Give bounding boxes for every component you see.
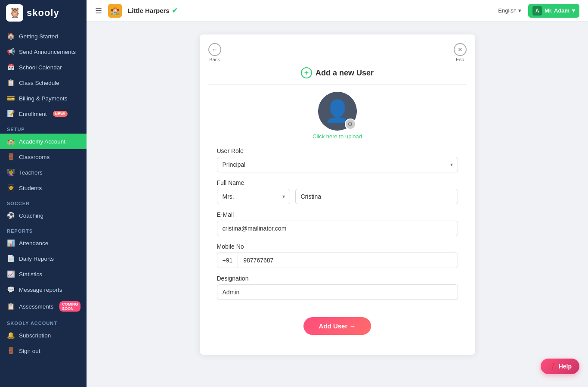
mobile-label: Mobile No [217, 243, 458, 250]
sidebar-item-students[interactable]: 🧑‍🎓 Students [0, 180, 87, 196]
sidebar-item-sign-out[interactable]: 🚪 Sign out [0, 343, 87, 359]
sidebar-item-label: Assessments [19, 303, 53, 310]
sidebar-item-assessments[interactable]: 📋 Assessments Coming Soon [0, 297, 87, 315]
coaching-icon: ⚽ [7, 212, 15, 219]
mobile-group: Mobile No +91 [217, 243, 458, 268]
sidebar-item-label: Attendance [19, 240, 48, 247]
gear-icon: ⚙ [345, 119, 356, 130]
students-icon: 🧑‍🎓 [7, 184, 15, 192]
sidebar-item-label: Sign out [19, 348, 40, 354]
sidebar-item-label: Enrollment [19, 111, 47, 117]
sidebar-item-class-schedule[interactable]: 📋 Class Schedule [0, 75, 87, 91]
user-avatar: A [532, 6, 542, 16]
sidebar-item-label: Coaching [19, 212, 43, 219]
user-role-select[interactable]: Principal Teacher Staff Parent [217, 157, 458, 172]
logo-area: 🦉 skooly [0, 0, 87, 26]
reports-section-title: REPORTS [0, 223, 87, 235]
subscription-icon: 🔔 [7, 331, 15, 339]
country-code: +91 [217, 253, 238, 268]
sidebar-item-daily-reports[interactable]: 📄 Daily Reports [0, 251, 87, 266]
esc-circle-icon: ✕ [454, 43, 467, 56]
sidebar-item-statistics[interactable]: 📈 Statistics [0, 266, 87, 282]
signout-icon: 🚪 [7, 347, 15, 355]
language-selector[interactable]: English ▾ [498, 7, 521, 14]
sidebar-item-coaching[interactable]: ⚽ Coaching [0, 208, 87, 223]
designation-group: Designation [217, 275, 458, 300]
chevron-down-icon: ▾ [518, 7, 521, 14]
add-user-button[interactable]: Add User → [303, 317, 371, 335]
assessments-icon: 📋 [7, 303, 15, 310]
salutation-select[interactable]: Mrs. Mr. Ms. Dr. [217, 189, 290, 204]
sidebar-navigation: 🏠 Getting Started 📢 Send Announcements 📅… [0, 26, 87, 387]
sidebar-item-billing-payments[interactable]: 💳 Billing & Payments [0, 91, 87, 106]
first-name-input[interactable] [295, 189, 458, 204]
sidebar-item-label: Daily Reports [19, 256, 54, 262]
help-button[interactable]: ❓ Help [541, 359, 579, 374]
sidebar-item-label: Class Schedule [19, 80, 59, 86]
sidebar-item-label: Statistics [19, 271, 42, 278]
sidebar-item-label: Classrooms [19, 154, 50, 160]
designation-input[interactable] [217, 284, 458, 300]
classrooms-icon: 🚪 [7, 153, 15, 161]
avatar-upload-area[interactable]: 👤 ⚙ Click here to upload [217, 92, 458, 140]
calendar-icon: 📅 [7, 63, 15, 71]
menu-icon[interactable]: ☰ [95, 6, 102, 16]
user-menu-button[interactable]: A Mr. Adam ▾ [528, 4, 579, 18]
avatar-image: 👤 ⚙ [318, 92, 357, 131]
content-area: ← Back ✕ Esc + Add a new User 👤 [87, 22, 588, 387]
full-name-row: Mrs. Mr. Ms. Dr. ▾ [217, 189, 458, 204]
add-user-modal: ← Back ✕ Esc + Add a new User 👤 [200, 34, 475, 355]
sidebar-item-school-calendar[interactable]: 📅 School Calendar [0, 59, 87, 75]
user-role-select-wrapper: Principal Teacher Staff Parent ▾ [217, 157, 458, 172]
mobile-input[interactable] [238, 253, 457, 268]
main-area: ☰ 🏫 Little Harpers ✔ English ▾ A Mr. Ada… [87, 0, 588, 387]
statistics-icon: 📈 [7, 270, 15, 278]
help-icon: ❓ [548, 363, 556, 370]
sidebar-item-subscription[interactable]: 🔔 Subscription [0, 328, 87, 343]
mobile-row: +91 [217, 253, 458, 268]
announcement-icon: 📢 [7, 48, 15, 56]
topbar: ☰ 🏫 Little Harpers ✔ English ▾ A Mr. Ada… [87, 0, 588, 22]
sidebar-item-label: Academy Account [19, 138, 65, 145]
sidebar-item-label: Teachers [19, 169, 43, 176]
sidebar-item-label: Message reports [19, 287, 62, 293]
back-circle-icon: ← [208, 43, 221, 56]
plus-circle-icon: + [301, 67, 312, 78]
sidebar-item-label: Getting Started [19, 33, 58, 40]
sidebar-item-enrollment[interactable]: 📝 Enrollment New! [0, 106, 87, 122]
setup-section-title: SETUP [0, 122, 87, 134]
sidebar-item-label: Students [19, 185, 42, 191]
user-role-label: User Role [217, 147, 458, 154]
user-role-group: User Role Principal Teacher Staff Parent… [217, 147, 458, 172]
sidebar-item-send-announcements[interactable]: 📢 Send Announcements [0, 44, 87, 59]
email-input[interactable] [217, 221, 458, 236]
sidebar-item-teachers[interactable]: 👩‍🏫 Teachers [0, 165, 87, 180]
verified-icon: ✔ [172, 6, 177, 15]
schedule-icon: 📋 [7, 79, 15, 87]
back-button[interactable]: ← Back [208, 43, 221, 62]
add-user-btn-wrapper: Add User → [217, 307, 458, 335]
sidebar-item-academy-account[interactable]: 🏫 Academy Account [0, 134, 87, 149]
account-section-title: SKOOLY ACCOUNT [0, 315, 87, 328]
designation-label: Designation [217, 275, 458, 282]
esc-button[interactable]: ✕ Esc [454, 43, 467, 62]
full-name-label: Full Name [217, 179, 458, 186]
school-name: Little Harpers ✔ [128, 6, 177, 15]
modal-top-actions: ← Back ✕ Esc [200, 43, 475, 67]
sidebar-item-message-reports[interactable]: 💬 Message reports [0, 282, 87, 297]
sidebar-item-label: Subscription [19, 332, 51, 339]
logo-text: skooly [27, 7, 59, 19]
sidebar-item-label: Send Announcements [19, 49, 76, 55]
modal-title: + Add a new User [208, 67, 467, 85]
upload-link[interactable]: Click here to upload [313, 133, 362, 140]
sidebar-item-attendance[interactable]: 📊 Attendance [0, 235, 87, 251]
soccer-section-title: SOCCER [0, 196, 87, 208]
school-icon: 🏫 [108, 4, 122, 18]
academy-icon: 🏫 [7, 137, 15, 145]
sidebar-item-label: Billing & Payments [19, 95, 68, 102]
sidebar-item-classrooms[interactable]: 🚪 Classrooms [0, 149, 87, 165]
teachers-icon: 👩‍🏫 [7, 169, 15, 176]
firstname-wrapper [295, 189, 458, 204]
user-chevron-icon: ▾ [572, 7, 575, 14]
sidebar-item-getting-started[interactable]: 🏠 Getting Started [0, 28, 87, 44]
